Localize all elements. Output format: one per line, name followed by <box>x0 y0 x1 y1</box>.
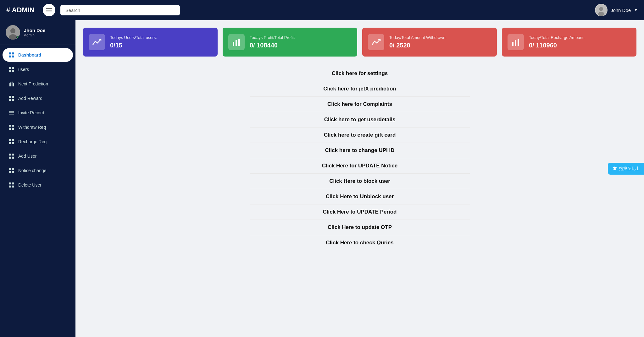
action-link-settings[interactable]: Click here for settings <box>250 66 470 81</box>
stat-label: Todays Users/Total users: <box>110 35 157 41</box>
sidebar-item-add-reward[interactable]: Add Reward <box>3 91 73 105</box>
svg-rect-28 <box>9 125 11 127</box>
stats-row: Todays Users/Total users: 0/15 Todays Pr… <box>83 28 636 57</box>
action-link-update-otp[interactable]: Click Here to update OTP <box>250 220 470 235</box>
svg-rect-24 <box>12 99 14 101</box>
svg-rect-53 <box>518 39 519 46</box>
stat-value: 0/ 108440 <box>250 42 295 49</box>
action-link-upi-id[interactable]: Click here to change UPI ID <box>250 143 470 158</box>
svg-rect-38 <box>9 157 11 159</box>
svg-rect-42 <box>9 171 11 173</box>
notice-icon <box>8 167 14 174</box>
sidebar-item-invite-record[interactable]: Invite Record <box>3 106 73 120</box>
sidebar-user: Jhon Doe Admin <box>0 20 75 45</box>
stat-card-amount-withdrawn: Today/Total Amount Withdrawn: 0/ 2520 <box>362 28 497 57</box>
sidebar-user-role: Admin <box>24 33 45 37</box>
stat-card-todays-users: Todays Users/Total users: 0/15 <box>83 28 218 57</box>
stat-info: Todays Profit/Total Profit: 0/ 108440 <box>250 35 295 49</box>
online-indicator <box>16 36 19 39</box>
navbar-right: John Doe ▼ <box>595 4 638 16</box>
action-link-block-user[interactable]: Click Here to block user <box>250 174 470 189</box>
svg-rect-10 <box>12 52 14 54</box>
svg-rect-31 <box>12 128 14 130</box>
action-link-gift-card[interactable]: Click here to create gift card <box>250 128 470 143</box>
svg-rect-18 <box>10 83 11 87</box>
actions-list: Click here for settingsClick here for je… <box>83 66 636 250</box>
svg-rect-23 <box>9 99 11 101</box>
svg-rect-48 <box>233 42 234 46</box>
action-link-complaints[interactable]: Click here for Complaints <box>250 97 470 112</box>
svg-rect-9 <box>9 52 11 54</box>
sidebar-item-withdraw-req[interactable]: Withdraw Req <box>3 120 73 134</box>
action-link-update-notice[interactable]: Click Here for UPDATE Notice <box>250 158 470 174</box>
search-input[interactable] <box>60 5 180 15</box>
svg-rect-47 <box>12 186 14 188</box>
sidebar-item-label: Recharge Req <box>18 139 47 144</box>
svg-rect-27 <box>9 114 14 115</box>
svg-rect-51 <box>512 42 514 46</box>
svg-rect-49 <box>236 40 237 46</box>
add-user-icon <box>8 153 14 159</box>
svg-rect-22 <box>12 96 14 98</box>
svg-rect-41 <box>12 168 14 170</box>
avatar <box>6 25 20 40</box>
stat-label: Todays Profit/Total Profit: <box>250 35 295 41</box>
svg-point-4 <box>599 7 603 11</box>
action-link-unblock-user[interactable]: Click Here to Unblock user <box>250 189 470 204</box>
svg-rect-13 <box>9 67 11 69</box>
sidebar-item-dashboard[interactable]: Dashboard <box>3 48 73 62</box>
action-link-jetx[interactable]: Click here for jetX prediction <box>250 81 470 97</box>
stat-info: Todays Users/Total users: 0/15 <box>110 35 157 49</box>
sidebar-item-label: Invite Record <box>18 110 44 115</box>
svg-point-7 <box>10 28 15 33</box>
svg-rect-21 <box>9 96 11 98</box>
user-dropdown-icon[interactable]: ▼ <box>634 8 638 12</box>
sidebar: Jhon Doe Admin Dashboard users <box>0 20 75 337</box>
svg-rect-33 <box>12 139 14 141</box>
navbar: # ADMIN John Doe ▼ <box>0 0 644 20</box>
svg-rect-36 <box>9 154 11 155</box>
dashboard-icon <box>8 52 14 58</box>
sidebar-item-notice-change[interactable]: Notice change <box>3 164 73 177</box>
sidebar-item-label: Withdraw Req <box>18 125 46 130</box>
svg-rect-26 <box>9 112 14 113</box>
menu-button[interactable] <box>43 4 55 16</box>
svg-rect-12 <box>12 56 14 57</box>
stat-icon <box>368 34 384 50</box>
svg-rect-40 <box>9 168 11 170</box>
svg-rect-20 <box>13 83 14 86</box>
svg-rect-44 <box>9 182 11 184</box>
reward-icon <box>8 95 14 101</box>
sidebar-item-users[interactable]: users <box>3 63 73 76</box>
action-link-userdetails[interactable]: Click here to get userdetails <box>250 112 470 128</box>
sidebar-item-add-user[interactable]: Add User <box>3 149 73 163</box>
sidebar-item-recharge-req[interactable]: Recharge Req <box>3 135 73 149</box>
action-link-update-period[interactable]: Click Here to UPDATE Period <box>250 204 470 220</box>
sidebar-username: Jhon Doe <box>24 28 45 33</box>
svg-rect-45 <box>12 182 14 184</box>
svg-rect-50 <box>238 39 240 46</box>
svg-rect-29 <box>12 125 14 127</box>
sidebar-item-label: Add User <box>18 154 36 159</box>
svg-rect-1 <box>46 10 52 10</box>
svg-rect-2 <box>46 12 52 12</box>
layout: Jhon Doe Admin Dashboard users <box>0 20 644 337</box>
svg-rect-14 <box>12 67 14 69</box>
svg-rect-34 <box>9 142 11 144</box>
svg-rect-11 <box>9 56 11 57</box>
svg-rect-30 <box>9 128 11 130</box>
stat-icon <box>228 34 245 50</box>
stat-value: 0/15 <box>110 42 157 49</box>
float-button[interactable]: 拖拽至此上 <box>608 163 644 175</box>
stat-info: Today/Total Recharge Amount: 0/ 110960 <box>529 35 585 49</box>
svg-rect-0 <box>46 8 52 8</box>
sidebar-item-delete-user[interactable]: Delete User <box>3 178 73 192</box>
sidebar-item-next-prediction[interactable]: Next Prediction <box>3 77 73 91</box>
sidebar-item-label: Next Prediction <box>18 81 48 86</box>
user-name-nav[interactable]: John Doe <box>611 8 631 13</box>
svg-rect-25 <box>9 111 14 112</box>
stat-info: Today/Total Amount Withdrawn: 0/ 2520 <box>389 35 447 49</box>
svg-rect-16 <box>12 70 14 72</box>
action-link-check-queries[interactable]: Click Here to check Quries <box>250 235 470 250</box>
float-button-label: 拖拽至此上 <box>619 166 640 171</box>
